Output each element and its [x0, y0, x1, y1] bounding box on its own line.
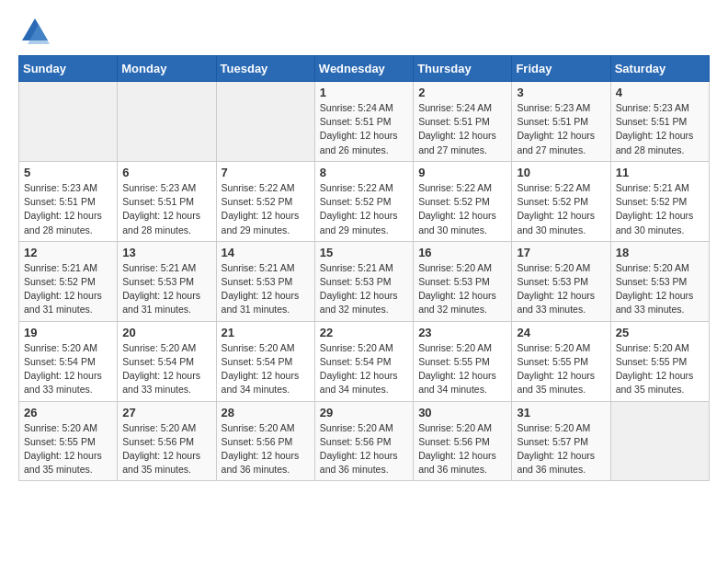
day-info: Sunrise: 5:20 AM Sunset: 5:54 PM Dayligh…	[320, 341, 408, 397]
day-info: Sunrise: 5:20 AM Sunset: 5:56 PM Dayligh…	[418, 421, 506, 477]
calendar-cell: 1Sunrise: 5:24 AM Sunset: 5:51 PM Daylig…	[314, 82, 413, 162]
calendar-header: SundayMondayTuesdayWednesdayThursdayFrid…	[19, 56, 710, 82]
day-info: Sunrise: 5:20 AM Sunset: 5:56 PM Dayligh…	[320, 421, 408, 477]
calendar-week-1: 1Sunrise: 5:24 AM Sunset: 5:51 PM Daylig…	[19, 82, 710, 162]
day-info: Sunrise: 5:20 AM Sunset: 5:57 PM Dayligh…	[517, 421, 605, 477]
day-info: Sunrise: 5:21 AM Sunset: 5:52 PM Dayligh…	[24, 261, 112, 317]
header-row: SundayMondayTuesdayWednesdayThursdayFrid…	[19, 56, 710, 82]
calendar-cell: 5Sunrise: 5:23 AM Sunset: 5:51 PM Daylig…	[19, 161, 118, 241]
calendar-cell	[19, 82, 118, 162]
calendar-cell: 29Sunrise: 5:20 AM Sunset: 5:56 PM Dayli…	[314, 401, 413, 481]
header-day-monday: Monday	[118, 56, 216, 82]
day-number: 22	[320, 326, 408, 339]
day-number: 23	[418, 326, 506, 339]
day-number: 7	[222, 166, 310, 179]
day-info: Sunrise: 5:20 AM Sunset: 5:55 PM Dayligh…	[616, 341, 704, 397]
day-number: 6	[122, 166, 210, 179]
header-day-thursday: Thursday	[414, 56, 512, 82]
calendar-cell: 17Sunrise: 5:20 AM Sunset: 5:53 PM Dayli…	[512, 241, 610, 321]
day-info: Sunrise: 5:21 AM Sunset: 5:53 PM Dayligh…	[320, 261, 408, 317]
day-number: 16	[418, 246, 506, 259]
page-header	[18, 15, 710, 48]
day-number: 9	[418, 166, 506, 179]
day-info: Sunrise: 5:24 AM Sunset: 5:51 PM Dayligh…	[418, 101, 506, 157]
day-number: 26	[24, 406, 112, 419]
header-day-sunday: Sunday	[19, 56, 118, 82]
day-info: Sunrise: 5:20 AM Sunset: 5:55 PM Dayligh…	[24, 421, 112, 477]
header-day-tuesday: Tuesday	[216, 56, 314, 82]
day-number: 5	[24, 166, 112, 179]
calendar-body: 1Sunrise: 5:24 AM Sunset: 5:51 PM Daylig…	[19, 82, 710, 481]
calendar-cell: 23Sunrise: 5:20 AM Sunset: 5:55 PM Dayli…	[414, 321, 512, 401]
day-info: Sunrise: 5:22 AM Sunset: 5:52 PM Dayligh…	[517, 181, 605, 237]
header-day-saturday: Saturday	[610, 56, 709, 82]
day-info: Sunrise: 5:21 AM Sunset: 5:53 PM Dayligh…	[222, 261, 310, 317]
calendar-cell	[118, 82, 216, 162]
day-info: Sunrise: 5:20 AM Sunset: 5:53 PM Dayligh…	[616, 261, 704, 317]
calendar-cell: 30Sunrise: 5:20 AM Sunset: 5:56 PM Dayli…	[414, 401, 512, 481]
calendar-cell: 3Sunrise: 5:23 AM Sunset: 5:51 PM Daylig…	[512, 82, 610, 162]
calendar-cell: 11Sunrise: 5:21 AM Sunset: 5:52 PM Dayli…	[610, 161, 709, 241]
calendar-cell: 16Sunrise: 5:20 AM Sunset: 5:53 PM Dayli…	[414, 241, 512, 321]
day-number: 8	[320, 166, 408, 179]
day-number: 11	[616, 166, 704, 179]
day-number: 19	[24, 326, 112, 339]
day-number: 10	[517, 166, 605, 179]
day-number: 21	[222, 326, 310, 339]
day-number: 28	[222, 406, 310, 419]
day-info: Sunrise: 5:20 AM Sunset: 5:56 PM Dayligh…	[122, 421, 210, 477]
calendar-cell: 15Sunrise: 5:21 AM Sunset: 5:53 PM Dayli…	[314, 241, 413, 321]
day-info: Sunrise: 5:20 AM Sunset: 5:56 PM Dayligh…	[222, 421, 310, 477]
day-info: Sunrise: 5:23 AM Sunset: 5:51 PM Dayligh…	[24, 181, 112, 237]
day-number: 30	[418, 406, 506, 419]
calendar-cell: 19Sunrise: 5:20 AM Sunset: 5:54 PM Dayli…	[19, 321, 118, 401]
calendar-cell: 24Sunrise: 5:20 AM Sunset: 5:55 PM Dayli…	[512, 321, 610, 401]
day-number: 4	[616, 86, 704, 99]
header-day-wednesday: Wednesday	[314, 56, 413, 82]
calendar-cell: 10Sunrise: 5:22 AM Sunset: 5:52 PM Dayli…	[512, 161, 610, 241]
calendar-cell: 18Sunrise: 5:20 AM Sunset: 5:53 PM Dayli…	[610, 241, 709, 321]
day-number: 31	[517, 406, 605, 419]
calendar-week-3: 12Sunrise: 5:21 AM Sunset: 5:52 PM Dayli…	[19, 241, 710, 321]
day-info: Sunrise: 5:20 AM Sunset: 5:53 PM Dayligh…	[517, 261, 605, 317]
day-info: Sunrise: 5:20 AM Sunset: 5:55 PM Dayligh…	[517, 341, 605, 397]
day-number: 27	[122, 406, 210, 419]
calendar-cell: 31Sunrise: 5:20 AM Sunset: 5:57 PM Dayli…	[512, 401, 610, 481]
day-info: Sunrise: 5:21 AM Sunset: 5:53 PM Dayligh…	[122, 261, 210, 317]
calendar-cell: 8Sunrise: 5:22 AM Sunset: 5:52 PM Daylig…	[314, 161, 413, 241]
header-day-friday: Friday	[512, 56, 610, 82]
day-info: Sunrise: 5:21 AM Sunset: 5:52 PM Dayligh…	[616, 181, 704, 237]
day-info: Sunrise: 5:23 AM Sunset: 5:51 PM Dayligh…	[616, 101, 704, 157]
calendar-cell	[610, 401, 709, 481]
calendar-cell: 26Sunrise: 5:20 AM Sunset: 5:55 PM Dayli…	[19, 401, 118, 481]
calendar-cell: 21Sunrise: 5:20 AM Sunset: 5:54 PM Dayli…	[216, 321, 314, 401]
day-number: 18	[616, 246, 704, 259]
calendar-week-5: 26Sunrise: 5:20 AM Sunset: 5:55 PM Dayli…	[19, 401, 710, 481]
calendar-cell: 9Sunrise: 5:22 AM Sunset: 5:52 PM Daylig…	[414, 161, 512, 241]
calendar-cell	[216, 82, 314, 162]
calendar-cell: 14Sunrise: 5:21 AM Sunset: 5:53 PM Dayli…	[216, 241, 314, 321]
calendar-cell: 7Sunrise: 5:22 AM Sunset: 5:52 PM Daylig…	[216, 161, 314, 241]
day-number: 14	[222, 246, 310, 259]
calendar-cell: 13Sunrise: 5:21 AM Sunset: 5:53 PM Dayli…	[118, 241, 216, 321]
calendar-table: SundayMondayTuesdayWednesdayThursdayFrid…	[18, 55, 710, 481]
day-info: Sunrise: 5:22 AM Sunset: 5:52 PM Dayligh…	[320, 181, 408, 237]
calendar-cell: 20Sunrise: 5:20 AM Sunset: 5:54 PM Dayli…	[118, 321, 216, 401]
day-number: 17	[517, 246, 605, 259]
calendar-cell: 2Sunrise: 5:24 AM Sunset: 5:51 PM Daylig…	[414, 82, 512, 162]
calendar-cell: 27Sunrise: 5:20 AM Sunset: 5:56 PM Dayli…	[118, 401, 216, 481]
calendar-week-4: 19Sunrise: 5:20 AM Sunset: 5:54 PM Dayli…	[19, 321, 710, 401]
day-info: Sunrise: 5:20 AM Sunset: 5:54 PM Dayligh…	[222, 341, 310, 397]
day-number: 29	[320, 406, 408, 419]
day-info: Sunrise: 5:22 AM Sunset: 5:52 PM Dayligh…	[222, 181, 310, 237]
calendar-cell: 25Sunrise: 5:20 AM Sunset: 5:55 PM Dayli…	[610, 321, 709, 401]
day-number: 13	[122, 246, 210, 259]
calendar-cell: 4Sunrise: 5:23 AM Sunset: 5:51 PM Daylig…	[610, 82, 709, 162]
day-info: Sunrise: 5:22 AM Sunset: 5:52 PM Dayligh…	[418, 181, 506, 237]
day-info: Sunrise: 5:20 AM Sunset: 5:54 PM Dayligh…	[122, 341, 210, 397]
day-number: 1	[320, 86, 408, 99]
calendar-cell: 22Sunrise: 5:20 AM Sunset: 5:54 PM Dayli…	[314, 321, 413, 401]
day-number: 25	[616, 326, 704, 339]
day-info: Sunrise: 5:23 AM Sunset: 5:51 PM Dayligh…	[517, 101, 605, 157]
calendar-cell: 28Sunrise: 5:20 AM Sunset: 5:56 PM Dayli…	[216, 401, 314, 481]
